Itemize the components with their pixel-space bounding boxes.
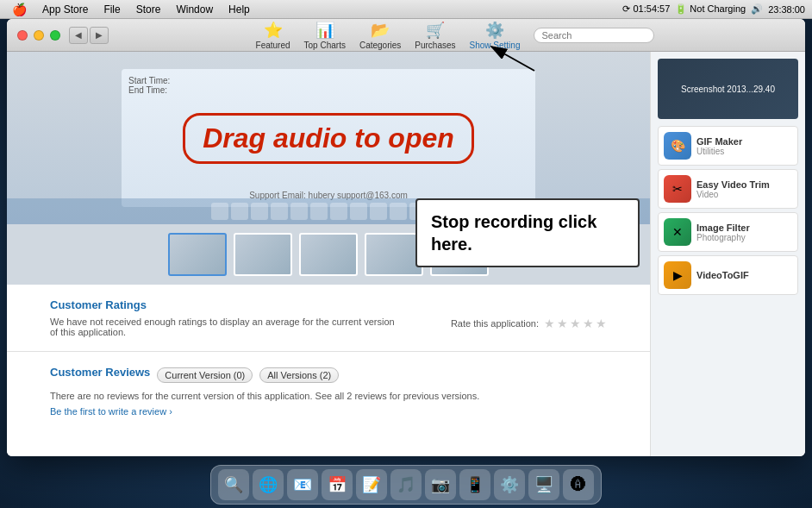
- gif-maker-category: Utilities: [696, 147, 792, 156]
- ratings-body: We have not received enough ratings to d…: [50, 317, 607, 337]
- rate-app: Rate this application: ★ ★ ★ ★ ★: [451, 317, 607, 330]
- current-version-button[interactable]: Current Version (0): [157, 367, 253, 383]
- menu-file[interactable]: File: [97, 2, 127, 17]
- no-reviews-text: There are no reviews for the current ver…: [50, 391, 607, 401]
- dock-icon-1: [211, 203, 228, 220]
- minimize-button[interactable]: [34, 30, 44, 41]
- time-elapsed: ⟳ 01:54:57: [622, 3, 670, 15]
- back-button[interactable]: ◀: [69, 27, 88, 44]
- dock-icon-8: [350, 203, 367, 220]
- dock-app-terminal[interactable]: 🖥️: [528, 469, 559, 500]
- dock-app-notes[interactable]: 📝: [356, 469, 387, 500]
- purchases-label: Purchases: [415, 41, 455, 50]
- star-3[interactable]: ★: [570, 317, 581, 330]
- image-filter-name: Image Filter: [696, 223, 792, 233]
- dock-app-appstore[interactable]: 🅐: [563, 469, 594, 500]
- search-input[interactable]: [534, 28, 654, 43]
- store-setting-icon: ⚙️: [485, 21, 504, 40]
- dock-icon-4: [271, 203, 288, 220]
- sidebar-app-gif-maker[interactable]: 🎨 GIF Maker Utilities: [658, 126, 798, 166]
- time-fields: Start Time: End Time:: [128, 76, 170, 95]
- store-setting-tab[interactable]: ⚙️ Show Setting: [470, 21, 521, 50]
- dock-icon-10: [390, 203, 407, 220]
- volume-icon[interactable]: 🔊: [751, 3, 763, 15]
- forward-button[interactable]: ▶: [90, 27, 109, 44]
- featured-tab[interactable]: ⭐ Featured: [256, 21, 290, 50]
- system-time: 23:38:00: [768, 4, 805, 15]
- maximize-button[interactable]: [50, 30, 60, 41]
- rate-app-label: Rate this application:: [451, 318, 539, 329]
- star-2[interactable]: ★: [557, 317, 568, 330]
- image-filter-info: Image Filter Photography: [696, 223, 792, 242]
- top-charts-tab[interactable]: 📊 Top Charts: [304, 21, 346, 50]
- title-bar: ◀ ▶ ⭐ Featured 📊 Top Charts 📂 Categories…: [7, 19, 805, 52]
- dock-app-photos[interactable]: 📷: [425, 469, 456, 500]
- top-charts-label: Top Charts: [304, 41, 346, 50]
- star-4[interactable]: ★: [583, 317, 594, 330]
- featured-icon: ⭐: [264, 21, 283, 40]
- thumbnail-4[interactable]: [365, 233, 423, 276]
- videotogif-info: VideoToGIF: [696, 270, 792, 280]
- store-setting-label: Show Setting: [470, 41, 521, 50]
- star-1[interactable]: ★: [544, 317, 555, 330]
- toolbar: ⭐ Featured 📊 Top Charts 📂 Categories 🛒 P…: [116, 21, 795, 50]
- featured-label: Featured: [256, 41, 290, 50]
- easy-video-trim-info: Easy Video Trim Video: [696, 179, 792, 199]
- gif-maker-info: GIF Maker Utilities: [696, 136, 792, 156]
- dock-icon-3: [251, 203, 268, 220]
- dock-icon-9: [370, 203, 387, 220]
- purchases-tab[interactable]: 🛒 Purchases: [415, 21, 455, 50]
- dock-icon-5: [290, 203, 308, 220]
- drag-audio-text: Drag audio to open: [183, 113, 474, 164]
- dock-app-settings[interactable]: ⚙️: [494, 469, 525, 500]
- dock-app-mail[interactable]: 📧: [287, 469, 318, 500]
- dock-icon-6: [310, 203, 328, 220]
- easy-video-trim-name: Easy Video Trim: [696, 179, 792, 190]
- content-area: Start Time: End Time: Drag audio to open…: [7, 52, 805, 456]
- dock-app-calendar[interactable]: 📅: [322, 469, 353, 500]
- sidebar-app-easy-video-trim[interactable]: ✂ Easy Video Trim Video: [658, 169, 798, 209]
- reviews-section: Customer Reviews Current Version (0) All…: [7, 352, 650, 430]
- easy-video-trim-category: Video: [696, 190, 792, 199]
- start-time-label: Start Time:: [128, 76, 170, 85]
- dock-icon-7: [330, 203, 347, 220]
- easy-video-trim-icon: ✂: [664, 175, 691, 203]
- close-button[interactable]: [17, 30, 28, 41]
- videotogif-icon: ▶: [664, 261, 691, 289]
- thumbnail-2[interactable]: [234, 233, 292, 276]
- sidebar-app-videotogif[interactable]: ▶ VideoToGIF: [658, 255, 798, 295]
- menu-bar: 🍎 App Store File Store Window Help ⟳ 01:…: [0, 0, 812, 19]
- videotogif-name: VideoToGIF: [696, 270, 792, 280]
- top-charts-icon: 📊: [315, 21, 334, 40]
- sidebar-app-image-filter[interactable]: ✕ Image Filter Photography: [658, 212, 798, 252]
- menu-appstore[interactable]: App Store: [35, 2, 95, 17]
- apple-menu[interactable]: 🍎: [5, 3, 34, 16]
- end-time-label: End Time:: [128, 85, 170, 95]
- menu-window[interactable]: Window: [169, 2, 220, 17]
- image-filter-icon: ✕: [664, 218, 691, 246]
- star-5[interactable]: ★: [596, 317, 607, 330]
- gif-maker-icon: 🎨: [664, 132, 691, 160]
- reviews-title: Customer Reviews: [50, 366, 150, 379]
- sidebar-screenshot: Screenshot 2013...29.40: [658, 59, 798, 119]
- dock-icon-2: [231, 203, 248, 220]
- ratings-section: Customer Ratings We have not received en…: [7, 285, 650, 352]
- dock-app-itunes[interactable]: 🎵: [390, 469, 422, 500]
- menu-help[interactable]: Help: [222, 2, 257, 17]
- app-store-window: ◀ ▶ ⭐ Featured 📊 Top Charts 📂 Categories…: [7, 19, 805, 456]
- thumbnail-3[interactable]: [299, 233, 358, 276]
- dock-app-safari[interactable]: 🌐: [253, 469, 284, 500]
- drag-area[interactable]: Start Time: End Time: Drag audio to open…: [122, 69, 535, 207]
- stars-container[interactable]: ★ ★ ★ ★ ★: [544, 317, 607, 330]
- purchases-icon: 🛒: [426, 21, 445, 40]
- thumbnail-1[interactable]: [168, 233, 227, 276]
- gif-maker-name: GIF Maker: [696, 136, 792, 147]
- categories-tab[interactable]: 📂 Categories: [359, 21, 401, 50]
- dock-app-phone[interactable]: 📱: [459, 469, 490, 500]
- image-filter-category: Photography: [696, 233, 792, 242]
- all-versions-button[interactable]: All Versions (2): [259, 367, 339, 383]
- dock-app-finder[interactable]: 🔍: [218, 469, 249, 500]
- reviews-header: Customer Reviews Current Version (0) All…: [50, 366, 607, 384]
- menu-store[interactable]: Store: [129, 2, 168, 17]
- write-review-link[interactable]: Be the first to write a review ›: [50, 406, 607, 417]
